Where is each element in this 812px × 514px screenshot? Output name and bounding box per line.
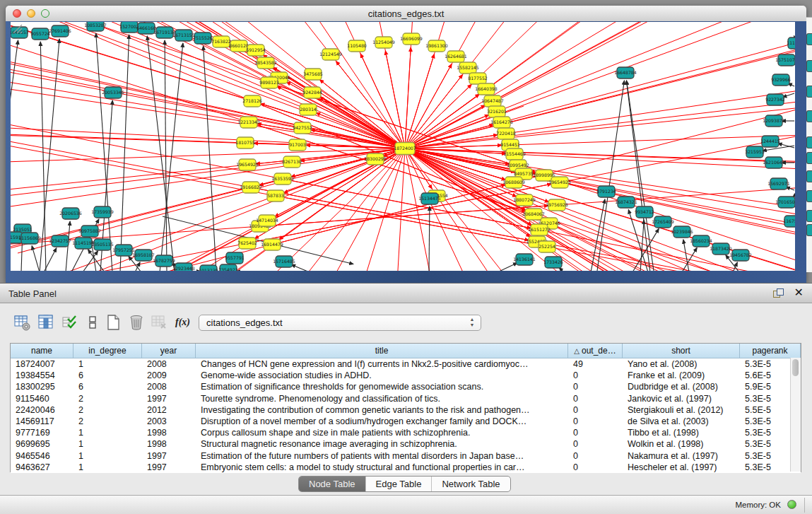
new-table-icon[interactable] (104, 313, 122, 332)
network-node-1167534[interactable]: 1167534 (783, 216, 795, 227)
network-node-9427552[interactable]: 9427552 (293, 122, 312, 134)
network-node-16210643[interactable]: 16210643 (763, 157, 785, 168)
column-header-year[interactable]: year (142, 344, 196, 358)
network-node-18724007[interactable]: 18724007 (394, 143, 416, 155)
network-node-18300295[interactable]: 18300295 (364, 153, 387, 165)
column-visibility-icon[interactable] (37, 313, 55, 332)
table-row[interactable]: 969969511998Structural magnetic resonanc… (11, 438, 801, 450)
network-node-587833[interactable]: 587833 (267, 190, 284, 201)
network-node-15692971[interactable]: 15692971 (767, 178, 790, 189)
network-node-9055724[interactable]: 9055724 (30, 28, 50, 40)
column-header-in_degree[interactable]: in_degree (73, 344, 142, 358)
network-node-19861300[interactable]: 19861300 (425, 40, 448, 52)
close-panel-icon[interactable]: ✕ (794, 286, 804, 299)
network-node-14136141[interactable]: 14136141 (513, 254, 536, 265)
network-node-17016504[interactable]: 17016504 (775, 197, 795, 208)
network-node-1105480[interactable]: 1105480 (347, 40, 367, 52)
network-node-10647487[interactable]: 10647487 (481, 95, 504, 107)
network-node-18543582[interactable]: 18543582 (254, 57, 277, 69)
network-node-13505135[interactable]: 13505135 (91, 239, 114, 250)
network-node-16264681[interactable]: 16264681 (445, 51, 467, 62)
network-node-1013239[interactable]: 1013239 (199, 265, 218, 271)
network-node-11554469[interactable]: 11554469 (503, 148, 526, 160)
table-row[interactable]: 1456911722003Disruption of a novel membe… (11, 416, 801, 427)
network-node-17359939[interactable]: 17359939 (91, 206, 114, 218)
network-node-5912954[interactable]: 5912954 (246, 45, 266, 56)
network-node-16713155[interactable]: 16713155 (172, 30, 195, 41)
column-header-title[interactable]: title (196, 344, 568, 358)
network-node-20206536[interactable]: 20206536 (59, 208, 82, 219)
network-node-18807249[interactable]: 18807249 (513, 194, 536, 206)
memory-status-indicator[interactable] (787, 500, 796, 509)
column-header-pagerank[interactable]: pagerank (740, 344, 801, 358)
network-node-9242844[interactable]: 9242844 (302, 87, 322, 98)
function-builder-icon[interactable]: f(x) (175, 313, 194, 332)
network-node-10688609[interactable]: 10688609 (502, 177, 525, 188)
network-node-19654923[interactable]: 19654923 (548, 177, 571, 188)
network-node-12213343[interactable]: 12213343 (237, 117, 260, 128)
column-header-short[interactable]: short (623, 344, 740, 358)
network-node-3216201[interactable]: 3216201 (487, 106, 507, 117)
network-node-7515526[interactable]: 7515526 (193, 33, 213, 44)
network-canvas[interactable]: 1872400718300295716382286601285912954185… (11, 22, 795, 271)
network-node-1810755[interactable]: 1810755 (235, 137, 255, 148)
table-row[interactable]: 977716911998Corpus callosum shape and si… (11, 427, 801, 438)
network-node-8177552[interactable]: 8177552 (468, 73, 488, 84)
tab-network-table[interactable]: Network Table (432, 477, 510, 491)
network-node-1117530[interactable]: 1117530 (787, 37, 795, 49)
network-node-16648784[interactable]: 16648784 (614, 67, 637, 78)
network-node-9934712[interactable]: 9934712 (635, 206, 654, 218)
network-node-15751074[interactable]: 15751074 (775, 54, 795, 66)
float-panel-icon[interactable] (773, 288, 784, 298)
table-row[interactable]: 1830029562008Estimation of significance … (11, 381, 801, 392)
network-node-1244415[interactable]: 1244415 (760, 136, 780, 147)
scrollbar-thumb[interactable] (792, 359, 799, 376)
table-row[interactable]: 946554611997Estimation of the future num… (11, 450, 801, 462)
network-node-16958107[interactable]: 16958107 (132, 250, 155, 261)
network-node-18560234[interactable]: 18560234 (690, 235, 712, 247)
network-node-19456782[interactable]: 19456782 (729, 250, 752, 261)
network-node-3475685[interactable]: 3475685 (303, 69, 323, 80)
network-node-9557791[interactable]: 9557791 (225, 252, 245, 264)
network-node-19654925[interactable]: 19654925 (236, 159, 259, 170)
table-settings-icon[interactable] (13, 313, 31, 332)
network-node-15134475[interactable]: 15134475 (418, 193, 441, 204)
window-titlebar[interactable]: citations_edges.txt (6, 6, 806, 22)
network-node-7163822[interactable]: 7163822 (211, 36, 231, 47)
table-vertical-scrollbar[interactable] (790, 358, 801, 472)
network-node-10853287[interactable]: 10853287 (84, 22, 107, 31)
tab-node-table[interactable]: Node Table (299, 477, 366, 491)
network-node-14714034[interactable]: 14714034 (256, 215, 278, 226)
network-node-7625402[interactable]: 7625402 (237, 238, 257, 249)
network-node-9898123[interactable]: 9898123 (259, 77, 279, 88)
network-node-12342757[interactable]: 12342757 (49, 235, 71, 247)
network-node-16640398[interactable]: 16640398 (475, 83, 498, 95)
network-node-7354921[interactable]: 7354921 (218, 264, 238, 271)
network-node-16782759[interactable]: 16782759 (153, 255, 175, 267)
column-header-name[interactable]: name (11, 344, 73, 358)
network-node-16151272[interactable]: 16151272 (528, 224, 551, 235)
resize-grip[interactable] (11, 22, 23, 35)
table-row[interactable]: 946362711997Embryonic stem cells: a mode… (11, 462, 801, 473)
network-node-17265409[interactable]: 17265409 (652, 216, 674, 228)
select-apply-check-icon[interactable] (61, 313, 80, 332)
network-node-9329966[interactable]: 9329966 (771, 74, 791, 86)
network-node-90975887[interactable]: 90975887 (78, 226, 101, 237)
table-row[interactable]: 2242004622012Investigating the contribut… (11, 404, 801, 416)
network-node-16914479[interactable]: 16914479 (261, 239, 283, 250)
network-node-1733426[interactable]: 1733426 (543, 257, 563, 268)
column-header-out_de[interactable]: △out_de… (568, 344, 623, 358)
network-node-17957255[interactable]: 17957255 (112, 245, 135, 256)
network-node-11873420[interactable]: 11873420 (710, 243, 732, 255)
network-node-27691406[interactable]: 27691406 (49, 25, 71, 37)
network-node-16353593[interactable]: 16353593 (271, 173, 294, 185)
network-node-15582145[interactable]: 15582145 (457, 62, 479, 74)
network-node-12923448[interactable]: 12923448 (172, 263, 195, 271)
tab-edge-table[interactable]: Edge Table (366, 477, 433, 491)
row-height-icon[interactable] (83, 313, 102, 332)
network-node-10239846[interactable]: 10239846 (671, 226, 693, 238)
table-row[interactable]: 1938455462009Genome-wide association stu… (11, 370, 801, 381)
network-node-16874321[interactable]: 16874321 (615, 197, 637, 208)
network-node-11254049[interactable]: 11254049 (372, 37, 395, 48)
network-node-12124549[interactable]: 12124549 (319, 49, 342, 60)
